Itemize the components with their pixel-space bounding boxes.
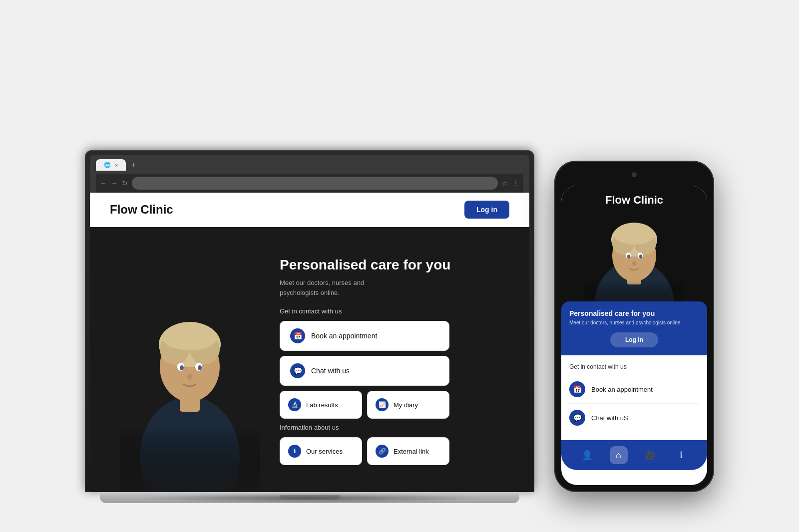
phone-nav-video[interactable]: 🎥 bbox=[641, 446, 659, 464]
lab-icon: 🔬 bbox=[288, 398, 301, 411]
phone-nav-info[interactable]: ℹ bbox=[673, 446, 691, 464]
phone-card-title: Personalised care for you bbox=[569, 309, 699, 317]
people-icon: 👤 bbox=[582, 450, 593, 461]
bookmark-icon[interactable]: ☆ bbox=[502, 179, 508, 187]
external-icon: 🔗 bbox=[376, 445, 389, 458]
hero-title: Personalised care for you bbox=[280, 257, 509, 273]
book-appointment-label: Book an appointment bbox=[311, 332, 377, 340]
address-bar-input[interactable] bbox=[132, 177, 498, 190]
phone-screen: Flow Clinic bbox=[561, 186, 707, 485]
info-section-label: Information about us bbox=[280, 424, 509, 431]
new-tab-btn[interactable]: + bbox=[128, 161, 138, 170]
laptop-shadow bbox=[135, 493, 484, 503]
phone-notch bbox=[604, 168, 664, 182]
contact-section-label: Get in contact with us bbox=[280, 307, 509, 315]
login-button[interactable]: Log in bbox=[464, 201, 509, 219]
home-icon: ⌂ bbox=[616, 450, 621, 461]
phone-login-button[interactable]: Log in bbox=[610, 332, 658, 347]
phone-chat-icon: 💬 bbox=[569, 410, 585, 426]
hero-subtitle: Meet our doctors, nurses andpsychologist… bbox=[280, 278, 509, 297]
menu-icon[interactable]: ⋮ bbox=[512, 179, 519, 187]
phone-nav-home[interactable]: ⌂ bbox=[610, 446, 628, 464]
phone-info-card: Personalised care for you Meet our docto… bbox=[561, 301, 707, 355]
hero-content: Personalised care for you Meet our docto… bbox=[280, 247, 509, 470]
external-link-label: External link bbox=[394, 448, 429, 455]
services-icon: ℹ bbox=[288, 445, 301, 458]
lab-results-button[interactable]: 🔬 Lab results bbox=[280, 391, 362, 419]
chat-button[interactable]: 💬 Chat with us bbox=[280, 356, 449, 386]
browser-tabs: 🌐 × + bbox=[96, 159, 523, 171]
chat-label: Chat with us bbox=[311, 367, 350, 375]
phone-hero: Flow Clinic bbox=[561, 186, 707, 355]
browser-address-bar: ← → ↻ ☆ ⋮ bbox=[96, 174, 523, 193]
our-services-button[interactable]: ℹ Our services bbox=[280, 437, 362, 465]
our-services-label: Our services bbox=[306, 448, 343, 455]
back-button[interactable]: ← bbox=[100, 179, 107, 187]
my-diary-label: My diary bbox=[394, 401, 418, 409]
laptop-screen-outer: 🌐 × + ← → ↻ ☆ ⋮ bbox=[85, 150, 534, 492]
external-link-button[interactable]: 🔗 External link bbox=[367, 437, 449, 465]
phone-outer: Flow Clinic bbox=[554, 161, 714, 492]
phone-camera bbox=[632, 172, 637, 177]
phone-bottom-nav: 👤 ⌂ 🎥 ℹ bbox=[561, 440, 707, 470]
forward-button[interactable]: → bbox=[111, 179, 118, 187]
laptop-device: 🌐 × + ← → ↻ ☆ ⋮ bbox=[85, 150, 534, 503]
doctor-illustration bbox=[120, 257, 260, 492]
my-diary-button[interactable]: 📈 My diary bbox=[367, 391, 449, 419]
scene: 🌐 × + ← → ↻ ☆ ⋮ bbox=[50, 29, 749, 503]
phone-logo: Flow Clinic bbox=[605, 194, 663, 207]
chat-icon: 💬 bbox=[290, 363, 305, 378]
site-header: Flow Clinic Log in bbox=[90, 193, 529, 227]
browser-nav-buttons: ← → ↻ bbox=[100, 179, 128, 187]
refresh-button[interactable]: ↻ bbox=[122, 179, 128, 187]
secondary-actions-row: 🔬 Lab results 📈 My diary bbox=[280, 391, 449, 419]
diary-icon: 📈 bbox=[376, 398, 389, 411]
phone-card-subtitle: Meet our doctors, nurses and psychologis… bbox=[569, 319, 699, 326]
info-nav-icon: ℹ bbox=[680, 450, 683, 461]
site-logo: Flow Clinic bbox=[110, 203, 173, 217]
browser-chrome: 🌐 × + ← → ↻ ☆ ⋮ bbox=[90, 155, 529, 193]
info-actions-row: ℹ Our services 🔗 External link bbox=[280, 437, 449, 465]
tab-favicon: 🌐 bbox=[104, 162, 111, 168]
phone-calendar-icon: 📅 bbox=[569, 381, 585, 397]
browser-tab-active[interactable]: 🌐 × bbox=[96, 159, 126, 171]
phone-content: Get in contact with us 📅 Book an appoint… bbox=[561, 355, 707, 440]
svg-rect-12 bbox=[120, 257, 260, 492]
calendar-icon: 📅 bbox=[290, 328, 305, 343]
phone-contact-label: Get in contact with us bbox=[569, 363, 699, 370]
phone-device: Flow Clinic bbox=[554, 161, 714, 492]
book-appointment-button[interactable]: 📅 Book an appointment bbox=[280, 321, 449, 351]
phone-nav-people[interactable]: 👤 bbox=[578, 446, 596, 464]
browser-content: Flow Clinic Log in bbox=[90, 193, 529, 492]
phone-book-appointment[interactable]: 📅 Book an appointment bbox=[569, 375, 699, 404]
video-icon: 🎥 bbox=[645, 450, 656, 461]
phone-chat[interactable]: 💬 Chat with uS bbox=[569, 404, 699, 432]
phone-chat-label: Chat with uS bbox=[591, 414, 628, 422]
phone-book-label: Book an appointment bbox=[591, 386, 653, 393]
tab-close-btn[interactable]: × bbox=[115, 162, 118, 168]
hero-section: Personalised care for you Meet our docto… bbox=[90, 227, 529, 492]
lab-results-label: Lab results bbox=[306, 401, 338, 409]
